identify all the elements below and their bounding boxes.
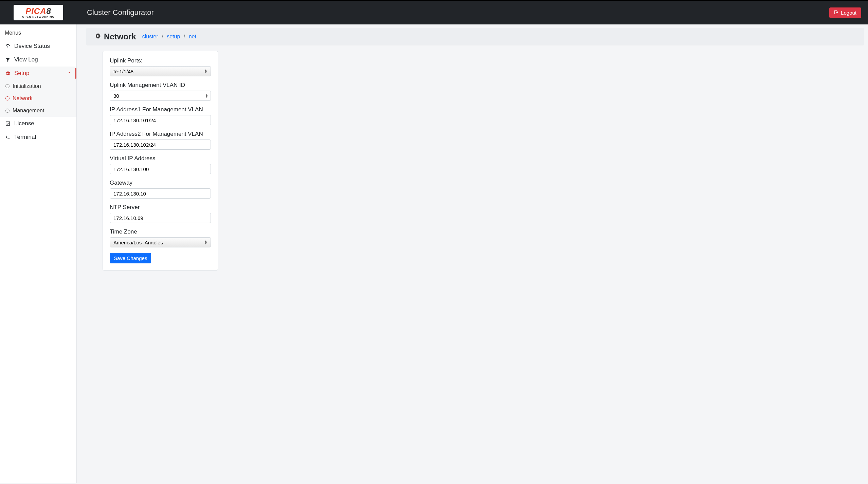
sidebar-item-terminal[interactable]: Terminal <box>0 130 76 144</box>
vip-input[interactable] <box>110 164 211 174</box>
ip2-label: IP Address2 For Management VLAN <box>110 131 211 137</box>
sidebar-item-label: Device Status <box>14 43 50 50</box>
gateway-input[interactable] <box>110 188 211 199</box>
sidebar-item-label: View Log <box>14 56 38 63</box>
circle-icon <box>5 96 10 100</box>
app-title: Cluster Configurator <box>87 8 154 17</box>
sidebar-item-label: Network <box>13 95 33 101</box>
circle-icon <box>5 84 10 88</box>
sidebar-item-label: Setup <box>14 70 29 77</box>
sidebar-item-network[interactable]: Network <box>0 92 76 105</box>
ip1-input[interactable] <box>110 115 211 125</box>
gear-icon <box>5 71 11 76</box>
page-title: Network <box>94 32 136 41</box>
sidebar-item-setup[interactable]: Setup <box>0 67 76 80</box>
circle-icon <box>5 109 10 113</box>
breadcrumb-net[interactable]: net <box>189 34 196 39</box>
ntp-input[interactable] <box>110 213 211 223</box>
logo: PICA8 OPEN NETWORKING <box>14 5 63 20</box>
sidebar-item-label: Terminal <box>14 134 36 141</box>
breadcrumb-cluster[interactable]: cluster <box>142 34 158 39</box>
filter-icon <box>5 57 11 62</box>
logout-label: Logout <box>841 10 856 16</box>
sidebar-item-initialization[interactable]: Initialization <box>0 80 76 92</box>
sidebar-item-label: Initialization <box>13 83 41 89</box>
terminal-icon <box>5 134 11 140</box>
check-square-icon <box>5 121 11 126</box>
page-title-text: Network <box>104 32 136 41</box>
uplink-ports-label: Uplink Ports: <box>110 57 211 64</box>
timezone-select[interactable]: America/Los_Angeles <box>110 237 211 247</box>
gear-icon <box>94 32 101 41</box>
ip2-input[interactable] <box>110 139 211 150</box>
timezone-label: Time Zone <box>110 228 211 235</box>
breadcrumb-setup[interactable]: setup <box>167 34 180 39</box>
page-header: Network cluster / setup / net <box>86 28 864 45</box>
vlan-id-label: Uplink Management VLAN ID <box>110 82 211 89</box>
logout-icon <box>834 10 839 16</box>
dashboard-icon <box>5 43 11 49</box>
sidebar-item-view-log[interactable]: View Log <box>0 53 76 67</box>
sidebar-item-license[interactable]: License <box>0 117 76 130</box>
logout-button[interactable]: Logout <box>829 7 861 18</box>
sidebar-item-device-status[interactable]: Device Status <box>0 39 76 53</box>
vlan-id-input[interactable] <box>110 91 211 101</box>
sidebar-item-label: License <box>14 120 34 127</box>
chevron-up-icon <box>67 70 72 77</box>
breadcrumb-separator: / <box>160 34 165 39</box>
sidebar-heading: Menus <box>0 27 76 39</box>
sidebar-item-management[interactable]: Management <box>0 105 76 117</box>
sidebar: Menus Device Status View Log Setup Ini <box>0 24 77 483</box>
sidebar-item-label: Management <box>13 108 44 114</box>
breadcrumb: cluster / setup / net <box>142 34 196 40</box>
uplink-ports-select[interactable]: te-1/1/48 <box>110 66 211 76</box>
ip1-label: IP Address1 For Management VLAN <box>110 106 211 113</box>
breadcrumb-separator: / <box>182 34 187 39</box>
gateway-label: Gateway <box>110 180 211 186</box>
ntp-label: NTP Server <box>110 204 211 211</box>
network-form-card: Uplink Ports: te-1/1/48 ▲▼ Uplink Manage… <box>103 51 218 271</box>
navbar: PICA8 OPEN NETWORKING Cluster Configurat… <box>0 0 868 24</box>
vip-label: Virtual IP Address <box>110 155 211 162</box>
main-content: Network cluster / setup / net Uplink Por… <box>77 24 868 483</box>
save-changes-button[interactable]: Save Changes <box>110 253 151 263</box>
